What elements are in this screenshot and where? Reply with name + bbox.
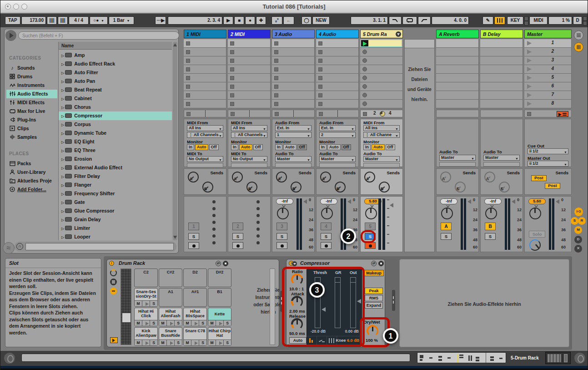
solo-button[interactable]: S xyxy=(188,233,199,240)
clip-slot[interactable] xyxy=(228,74,271,82)
macro-view-button[interactable] xyxy=(110,269,117,276)
scene-row[interactable]: 8 xyxy=(524,100,572,108)
clip-play-icon[interactable] xyxy=(361,40,368,46)
meter-zero-marker[interactable] xyxy=(303,199,307,204)
scene-launch-icon[interactable] xyxy=(527,84,532,89)
clip-slot[interactable] xyxy=(360,48,403,56)
clip-stop-button[interactable] xyxy=(362,93,367,97)
show-device-view-toggle[interactable] xyxy=(574,353,585,364)
expand-triangle-icon[interactable]: ▷ xyxy=(61,147,64,155)
device-power-button[interactable] xyxy=(109,261,114,266)
clip-slot[interactable] xyxy=(184,100,226,108)
pan-knob[interactable] xyxy=(441,208,453,219)
browser-device-row[interactable]: ▷Amp xyxy=(59,51,172,60)
browser-device-row[interactable]: ▷Auto Pan xyxy=(59,77,172,86)
rms-mode-button[interactable]: RMS xyxy=(365,295,383,301)
monitor-off-button[interactable]: Off xyxy=(253,144,263,150)
clip-stop-button[interactable] xyxy=(186,67,190,71)
hot-swap-icon[interactable]: ⇄ xyxy=(371,261,377,266)
scene-row[interactable]: 5 xyxy=(524,74,572,82)
follow-button[interactable]: ⋯▶ xyxy=(155,16,166,25)
search-input[interactable] xyxy=(18,31,179,40)
output-chooser[interactable]: Master xyxy=(483,155,520,161)
clip-slot[interactable] xyxy=(360,91,403,100)
pad-solo[interactable]: S xyxy=(150,300,157,306)
monitor-off-button[interactable]: Off xyxy=(297,144,307,150)
clip-stop-button[interactable] xyxy=(318,41,322,46)
send-a-knob[interactable]: A xyxy=(188,172,199,182)
pad-solo[interactable]: S xyxy=(199,340,206,345)
clip-stop-row[interactable]: 2 4 xyxy=(360,110,403,117)
browser-device-row[interactable]: ▷Chorus xyxy=(59,103,172,112)
punch-in-button[interactable] xyxy=(389,16,402,25)
drum-pad-filled[interactable]: Hihat AlienFash MS xyxy=(159,308,182,326)
makeup-button[interactable]: Makeup xyxy=(364,270,384,276)
sidebar-item-midi-effects[interactable]: MIDI Effects xyxy=(6,98,57,107)
computer-midi-keyboard-button[interactable] xyxy=(494,16,505,25)
clip-stop-button[interactable] xyxy=(186,41,190,46)
pan-knob[interactable] xyxy=(321,208,333,219)
input-type-chooser[interactable]: Ext. In xyxy=(319,125,356,131)
send-a-pre-post-toggle[interactable]: Post xyxy=(531,175,547,181)
output-chooser[interactable]: Master xyxy=(363,156,400,162)
clip-stop-button[interactable] xyxy=(186,76,190,80)
tap-tempo-button[interactable]: TAP xyxy=(5,16,20,25)
clip-stop-button[interactable] xyxy=(186,102,190,106)
input-channel-chooser[interactable]: ⋮All Channels xyxy=(231,132,267,138)
clip-slot[interactable] xyxy=(272,82,315,91)
clip-stop-button[interactable] xyxy=(362,101,367,106)
monitor-auto-button[interactable]: Auto xyxy=(239,144,252,150)
clip-slot[interactable] xyxy=(360,56,403,65)
clip-slot[interactable] xyxy=(316,100,359,108)
clip-stop-button[interactable] xyxy=(186,50,190,54)
arrangement-position-field[interactable]: 2. 3. 4 xyxy=(168,16,222,25)
monitor-in-button[interactable]: In xyxy=(275,144,282,150)
clip-stop-button[interactable] xyxy=(318,93,322,97)
loop-switch[interactable] xyxy=(402,16,417,25)
arm-button[interactable] xyxy=(188,242,199,249)
preview-progress-field[interactable] xyxy=(25,243,174,250)
drum-pad-filled[interactable]: Kick AlienSpaw MS xyxy=(134,327,158,346)
browser-device-row[interactable]: ▷Auto Filter xyxy=(59,68,172,77)
pad-preview[interactable] xyxy=(167,320,175,326)
clip-stop-button[interactable] xyxy=(318,59,322,63)
drum-pad[interactable]: A#1 xyxy=(183,288,207,307)
list-scrollbar[interactable] xyxy=(173,42,177,240)
clip-stop-button[interactable] xyxy=(186,85,190,89)
add-folder-button[interactable]: Add Folder... xyxy=(6,185,57,194)
scene-row[interactable]: 2 xyxy=(524,48,572,56)
chain-scrollbar[interactable] xyxy=(270,269,275,345)
input-type-chooser[interactable]: All Ins xyxy=(231,125,267,131)
send-b-knob[interactable]: B xyxy=(379,182,390,193)
send-b-knob[interactable]: B xyxy=(202,182,213,193)
drum-pad[interactable]: D2 xyxy=(183,269,207,287)
clip-stop-button[interactable] xyxy=(362,76,367,80)
output-chooser[interactable]: No Output xyxy=(187,156,223,162)
clip-slot[interactable] xyxy=(228,82,271,91)
pan-knob[interactable] xyxy=(485,208,497,219)
show-returns-toggle[interactable]: R xyxy=(578,217,586,225)
playing-clip[interactable] xyxy=(361,40,402,47)
expand-triangle-icon[interactable]: ▷ xyxy=(61,172,64,181)
scene-row[interactable]: 3 xyxy=(524,56,572,65)
pad-preview[interactable] xyxy=(167,340,175,345)
clip-stop-button[interactable] xyxy=(318,85,322,89)
clip-stop-button[interactable] xyxy=(362,84,367,89)
expand-triangle-icon[interactable]: ▷ xyxy=(61,95,64,103)
track-activator[interactable]: 4 xyxy=(321,223,332,230)
scene-row[interactable]: 1 xyxy=(524,39,572,48)
volume-field[interactable]: 5.60 xyxy=(528,198,546,204)
pad-solo[interactable]: S xyxy=(175,320,182,326)
clip-slot[interactable] xyxy=(272,100,315,108)
drum-pad-filled[interactable]: Hihat Chirp Hat MS xyxy=(208,327,231,346)
pad-mute[interactable]: M xyxy=(159,320,167,326)
clip-stop-button[interactable] xyxy=(274,41,278,46)
device-chevron-icon[interactable] xyxy=(292,261,297,266)
sidebar-item-clips[interactable]: Clips xyxy=(6,124,57,133)
sidebar-item-drums[interactable]: Drums xyxy=(6,72,57,81)
clip-slot[interactable] xyxy=(184,48,226,56)
pad-preview[interactable] xyxy=(142,320,150,326)
scene-launch-icon[interactable] xyxy=(527,76,532,80)
loop-start-field[interactable]: 3. 1. 1 xyxy=(351,16,388,25)
clip-slot[interactable] xyxy=(184,82,226,91)
